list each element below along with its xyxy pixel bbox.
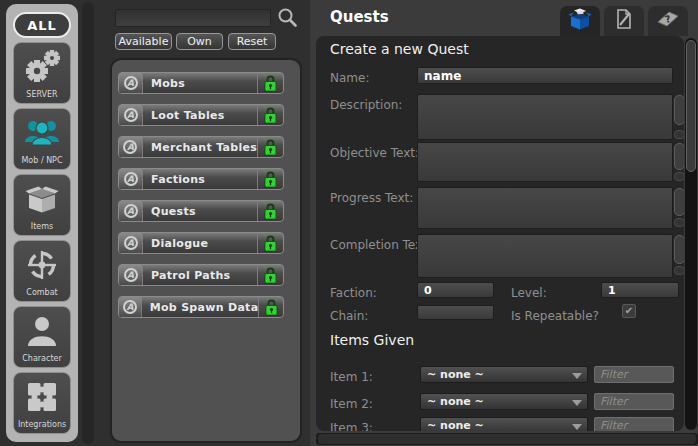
tab-help[interactable]: ? [648,6,688,36]
completion-scrollbar-cap[interactable] [674,266,684,275]
item2-filter-input[interactable] [594,393,674,410]
list-item-factions[interactable]: A Factions [118,168,284,190]
item3-filter-input[interactable] [594,417,674,431]
panel-scrollbar-thumb[interactable] [686,40,696,172]
description-scrollbar[interactable] [674,95,684,125]
repeatable-checkbox[interactable]: ✔ [622,304,636,318]
completion-label: Completion Text: [330,238,431,252]
faction-field[interactable] [417,282,494,298]
person-icon [14,307,70,354]
name-field[interactable] [417,67,673,84]
completion-scrollbar[interactable] [674,235,684,264]
unlocked-lock-icon[interactable] [257,233,283,253]
level-label: Level: [511,286,547,300]
progress-scrollbar-cap[interactable] [674,218,684,227]
list-item-loot-tables[interactable]: A Loot Tables [118,104,284,126]
sidebar-item-label: Items [31,222,53,232]
item2-dropdown[interactable]: ~ none ~ [420,393,588,410]
help-book-icon: ? [656,9,680,33]
list-item-label: Factions [143,173,257,186]
available-filter-button[interactable]: Available [115,33,172,50]
description-label: Description: [330,98,402,112]
unlocked-lock-icon[interactable] [257,73,283,93]
list-item-label: Dialogue [143,237,257,250]
list-item-label: Mobs [143,77,257,90]
unlocked-lock-icon[interactable] [258,297,283,317]
items-given-heading: Items Given [330,332,414,348]
faction-label: Faction: [330,286,377,300]
gears-icon [14,43,70,90]
category-all-button[interactable]: ALL [13,12,71,38]
sidebar-scrollbar[interactable] [82,2,94,444]
atavism-editor-window: ALL [0,0,698,446]
mob-npc-group-icon [14,109,70,156]
sidebar-item-items[interactable]: Items [13,174,71,236]
objective-field[interactable] [417,142,673,182]
own-filter-button[interactable]: Own [176,33,223,50]
item2-label: Item 2: [330,397,373,411]
item1-selected-value: ~ none ~ [427,368,484,381]
progress-field[interactable] [417,187,673,229]
chevron-down-icon [572,373,582,379]
tab-edit-page[interactable] [604,6,644,36]
objective-label: Objective Text: [330,146,419,160]
atavism-logo-icon: A [119,169,143,189]
unlocked-lock-icon[interactable] [257,169,283,189]
unlocked-lock-icon[interactable] [257,265,283,285]
item3-label: Item 3: [330,421,373,431]
list-item-label: Mob Spawn Data [142,301,259,314]
available-button-label: Available [119,35,169,48]
quests-editor-panel: Quests [310,0,698,446]
sidebar-item-combat[interactable]: Combat [13,240,71,302]
page-pencil-icon [613,8,635,34]
unlocked-lock-icon[interactable] [257,137,283,157]
sidebar-item-character[interactable]: Character [13,306,71,368]
level-field[interactable] [601,282,679,298]
completion-field[interactable] [417,234,673,278]
all-button-label: ALL [27,18,57,33]
list-item-patrol-paths[interactable]: A Patrol Paths [118,264,284,286]
list-item-label: Patrol Paths [143,269,257,282]
objective-scrollbar-cap[interactable] [674,172,684,181]
objective-scrollbar[interactable] [674,143,684,170]
sidebar-item-label: Character [22,354,62,364]
sidebar-item-mob-npc[interactable]: Mob / NPC [13,108,71,170]
create-quest-form: Create a new Quest Name: Description: Ob… [316,36,684,431]
list-item-quests[interactable]: A Quests [118,200,284,222]
atavism-logo-icon: A [119,201,143,221]
atavism-logo-icon: A [119,73,143,93]
crosshair-icon [14,241,70,288]
form-heading: Create a new Quest [330,41,469,57]
description-field[interactable] [417,94,673,140]
progress-label: Progress Text: [330,191,413,205]
panel-hscrollbar-thumb[interactable] [318,434,696,444]
item1-dropdown[interactable]: ~ none ~ [420,366,588,383]
chain-field[interactable] [417,305,494,320]
item3-dropdown[interactable]: ~ none ~ [420,417,588,431]
tab-plugin-content[interactable] [560,6,600,38]
blue-box-icon [568,8,592,36]
sidebar-item-server[interactable]: SERVER [13,42,71,104]
list-item-label: Loot Tables [143,109,257,122]
plugin-list-panel: A Mobs A Loot Tables A Merchant Tables A… [112,60,300,441]
reset-filter-button[interactable]: Reset [228,33,276,50]
item1-filter-input[interactable] [594,366,674,383]
search-input[interactable] [115,9,271,27]
item1-label: Item 1: [330,370,373,384]
list-item-mob-spawn-data[interactable]: A Mob Spawn Data [118,296,284,318]
progress-scrollbar[interactable] [674,188,684,216]
unlocked-lock-icon[interactable] [257,105,283,125]
puzzle-icon [14,373,70,420]
list-item-mobs[interactable]: A Mobs [118,72,284,94]
list-item-dialogue[interactable]: A Dialogue [118,232,284,254]
sidebar-item-label: Mob / NPC [21,156,62,166]
unlocked-lock-icon[interactable] [257,201,283,221]
sidebar-item-label: SERVER [26,90,57,100]
item3-selected-value: ~ none ~ [427,419,484,431]
open-box-icon [14,175,70,222]
atavism-logo-icon: A [119,137,143,157]
category-sidebar: ALL [6,4,78,442]
sidebar-item-integrations[interactable]: Integrations [13,372,71,434]
description-scrollbar-cap[interactable] [674,130,684,139]
list-item-merchant-tables[interactable]: A Merchant Tables [118,136,284,158]
